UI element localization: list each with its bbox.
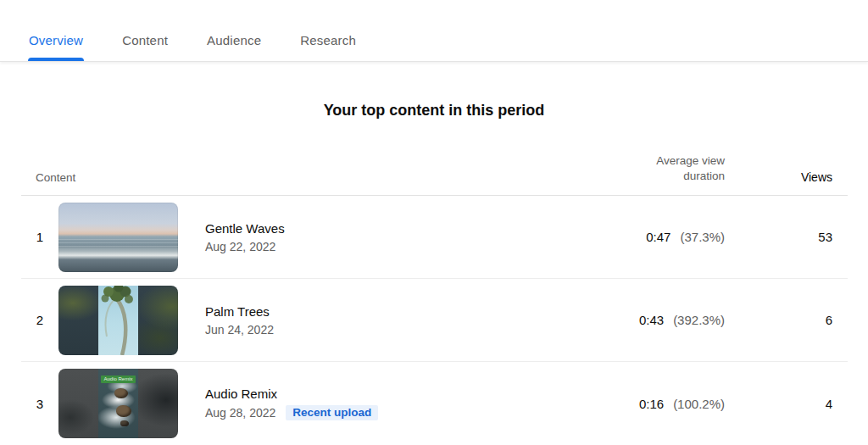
duration-value: 0:47 — [646, 230, 670, 244]
video-title: Gentle Waves — [205, 221, 572, 236]
tab-research-label: Research — [300, 33, 356, 47]
column-header-avg-view-duration[interactable]: Average view duration — [572, 153, 725, 184]
views-value: 4 — [725, 397, 848, 411]
tab-content-label: Content — [122, 33, 168, 47]
thumbnail-overlay-label: Audio Remix — [101, 375, 135, 383]
video-date: Jun 24, 2022 — [205, 323, 274, 337]
tab-content[interactable]: Content — [122, 33, 168, 61]
table-header-row: Content Average view duration Views — [21, 153, 848, 196]
active-tab-indicator — [28, 58, 84, 61]
table-row[interactable]: 2 Palm Trees — [21, 279, 848, 362]
video-thumbnail[interactable] — [58, 203, 178, 272]
duration-percent: (392.3%) — [673, 313, 725, 327]
top-content-table: Content Average view duration Views 1 Ge… — [21, 153, 848, 445]
views-value: 53 — [725, 230, 848, 244]
tab-overview-label: Overview — [29, 33, 83, 47]
rank-number: 3 — [21, 397, 58, 411]
video-title: Palm Trees — [205, 304, 572, 319]
duration-percent: (100.2%) — [673, 397, 725, 411]
duration-percent: (37.3%) — [680, 230, 725, 244]
video-date: Aug 28, 2022 — [205, 406, 275, 420]
avg-view-duration-cell: 0:16(100.2%) — [572, 397, 725, 411]
analytics-tab-bar: Overview Content Audience Research — [0, 0, 868, 62]
palm-tree-art — [98, 286, 139, 355]
page-title: Your top content in this period — [0, 102, 868, 120]
video-thumbnail[interactable]: Audio Remix — [58, 369, 178, 438]
rank-number: 2 — [21, 313, 58, 327]
table-row[interactable]: 3 Audio Remix Audio Remix Aug 28, 2022 R… — [21, 362, 848, 445]
video-thumbnail[interactable] — [58, 286, 178, 355]
tab-overview[interactable]: Overview — [29, 33, 83, 61]
column-header-content: Content — [21, 171, 572, 184]
avg-view-duration-cell: 0:47(37.3%) — [572, 230, 725, 244]
duration-value: 0:43 — [639, 313, 664, 327]
tab-audience-label: Audience — [207, 33, 261, 47]
rank-number: 1 — [21, 230, 58, 244]
table-row[interactable]: 1 Gentle Waves Aug 22, 2022 0:47(37.3%) … — [21, 196, 848, 279]
tab-audience[interactable]: Audience — [207, 33, 261, 61]
views-value: 6 — [725, 313, 848, 327]
avg-view-duration-cell: 0:43(392.3%) — [572, 313, 725, 327]
tab-research[interactable]: Research — [300, 33, 356, 61]
video-date: Aug 22, 2022 — [205, 240, 275, 253]
video-title: Audio Remix — [205, 387, 572, 401]
recent-upload-badge: Recent upload — [286, 405, 378, 420]
column-header-views[interactable]: Views — [725, 170, 848, 184]
duration-value: 0:16 — [639, 397, 664, 411]
